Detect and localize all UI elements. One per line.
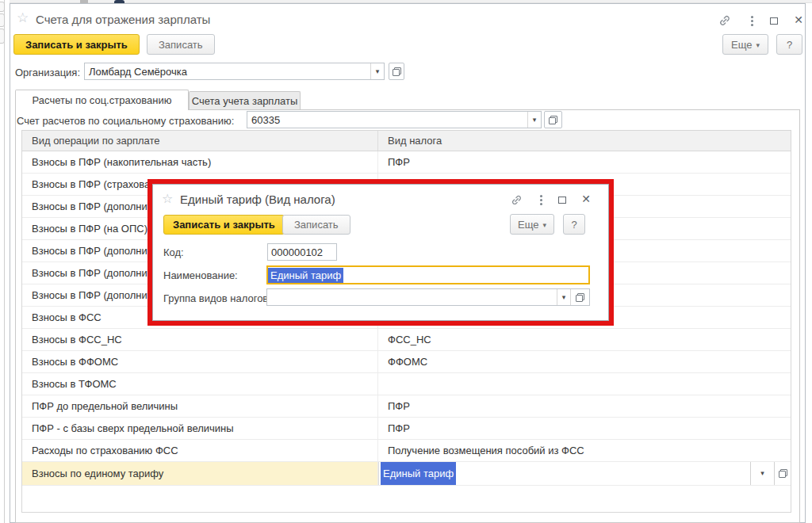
tab-soc-insurance[interactable]: Расчеты по соц.страхованию bbox=[15, 90, 189, 110]
dropdown-arrow-icon[interactable]: ▾ bbox=[557, 289, 570, 305]
tab-salary-accounts[interactable]: Счета учета зарплаты bbox=[189, 91, 301, 110]
save-button[interactable]: Записать bbox=[282, 215, 350, 235]
dropdown-arrow-icon[interactable]: ▾ bbox=[527, 112, 541, 128]
choose-icon bbox=[576, 293, 584, 302]
link-icon[interactable] bbox=[718, 13, 732, 28]
table-row[interactable]: Взносы в ТФОМС bbox=[22, 373, 791, 395]
menu-dots-icon[interactable] bbox=[746, 14, 757, 27]
account-choose-button[interactable] bbox=[544, 111, 562, 128]
organization-label: Организация: bbox=[15, 67, 80, 78]
link-icon[interactable] bbox=[509, 193, 523, 207]
window-title: Счета для отражения зарплаты bbox=[36, 13, 210, 26]
close-icon[interactable]: ✕ bbox=[792, 13, 805, 27]
choose-icon bbox=[779, 469, 787, 478]
menu-dots-icon[interactable] bbox=[535, 193, 546, 206]
code-field[interactable] bbox=[267, 243, 337, 261]
background-window-edge-left bbox=[0, 0, 10, 523]
background-panel-tab bbox=[0, 29, 5, 44]
name-field[interactable]: Единый тариф bbox=[266, 265, 590, 284]
save-and-close-button[interactable]: Записать и закрыть bbox=[163, 215, 285, 235]
maximize-icon[interactable] bbox=[768, 15, 779, 26]
dropdown-arrow-icon[interactable]: ▾ bbox=[370, 63, 384, 79]
help-button[interactable]: ? bbox=[563, 214, 585, 235]
organization-value: Ломбард Семёрочка bbox=[85, 66, 370, 78]
organization-combo[interactable]: Ломбард Семёрочка ▾ bbox=[84, 63, 385, 80]
save-and-close-button[interactable]: Записать и закрыть bbox=[13, 34, 140, 55]
table-row[interactable]: ПФР - с базы сверх предельной величиныПФ… bbox=[22, 418, 791, 440]
table-row[interactable]: Взносы в ПФР (накопительная часть)ПФР bbox=[22, 151, 791, 174]
more-button[interactable]: Еще▾ bbox=[722, 34, 768, 55]
table-row[interactable]: Расходы по страхованию ФССПолучение возм… bbox=[22, 440, 791, 462]
chevron-down-icon: ▾ bbox=[542, 221, 546, 229]
name-label: Наименование: bbox=[163, 269, 238, 281]
selected-text: Единый тариф bbox=[268, 268, 343, 283]
selected-text: Единый тариф bbox=[381, 462, 456, 485]
account-value: 60335 bbox=[247, 114, 527, 126]
organization-choose-button[interactable] bbox=[389, 63, 404, 80]
tax-edit-cell[interactable]: Единый тариф ▾ bbox=[378, 462, 791, 485]
table-row[interactable]: ПФР до предельной величиныПФР bbox=[22, 395, 791, 418]
maximize-icon[interactable] bbox=[557, 194, 568, 205]
chevron-down-icon: ▾ bbox=[756, 41, 760, 49]
background-panel-tab bbox=[0, 2, 5, 12]
choose-button[interactable] bbox=[774, 462, 791, 485]
background-panel-tab bbox=[0, 13, 5, 27]
dropdown-arrow-icon[interactable]: ▾ bbox=[750, 462, 774, 485]
annotation-highlight-box: ☆ Единый тариф (Вид налога) ✕ Записать и… bbox=[147, 179, 614, 326]
table-row-selected[interactable]: Взносы по единому тарифу Единый тариф ▾ bbox=[22, 462, 791, 486]
screen: ☆ Счета для отражения зарплаты ✕ Записат… bbox=[0, 0, 812, 523]
dialog-title: Единый тариф (Вид налога) bbox=[180, 193, 335, 206]
dialog-window: ☆ Единый тариф (Вид налога) ✕ Записать и… bbox=[152, 184, 609, 321]
column-header-operation[interactable]: Вид операции по зарплате bbox=[22, 131, 378, 151]
more-button[interactable]: Еще▾ bbox=[510, 214, 554, 235]
help-button[interactable]: ? bbox=[776, 34, 802, 55]
column-header-tax[interactable]: Вид налога bbox=[378, 131, 791, 151]
code-label: Код: bbox=[163, 246, 184, 258]
background-border-line bbox=[4, 0, 5, 523]
tax-group-combo[interactable]: ▾ bbox=[266, 288, 590, 306]
table-row[interactable]: Взносы в ФФОМСФФОМС bbox=[22, 351, 791, 373]
table-header: Вид операции по зарплате Вид налога bbox=[22, 131, 791, 151]
choose-icon bbox=[549, 116, 557, 124]
account-combo[interactable]: 60335 ▾ bbox=[247, 111, 542, 128]
close-icon[interactable]: ✕ bbox=[580, 192, 592, 206]
save-button[interactable]: Записать bbox=[147, 34, 215, 55]
account-label: Счет расчетов по социальному страхованию… bbox=[17, 115, 234, 127]
tax-group-label: Группа видов налогов: bbox=[163, 292, 271, 304]
choose-icon bbox=[393, 67, 401, 76]
favorite-star-icon[interactable]: ☆ bbox=[17, 11, 29, 25]
favorite-star-icon[interactable]: ☆ bbox=[162, 192, 173, 205]
table-row[interactable]: Взносы в ФСС_НСФСС_НС bbox=[22, 329, 791, 351]
choose-button[interactable] bbox=[570, 289, 589, 305]
